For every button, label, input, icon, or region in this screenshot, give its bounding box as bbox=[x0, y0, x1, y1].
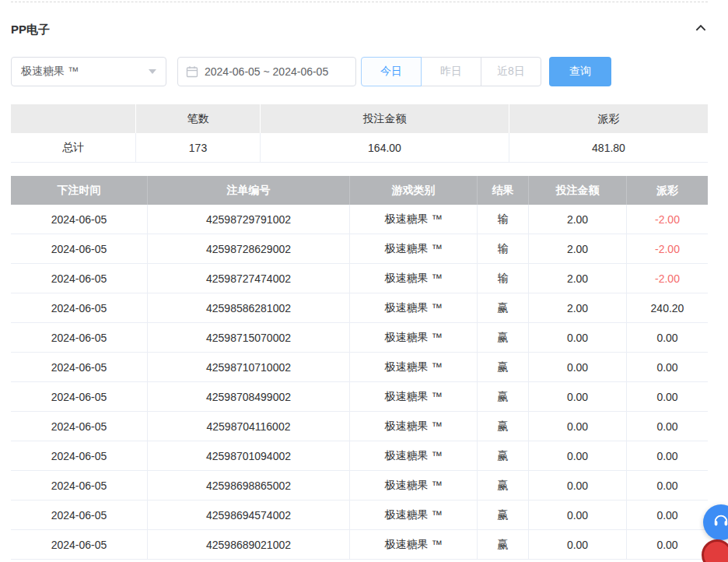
cell-bet-amount: 0.00 bbox=[529, 382, 627, 412]
cell-bet-id: 42598729791002 bbox=[148, 205, 350, 234]
records-header: 下注时间 注单编号 游戏类别 结果 投注金额 派彩 bbox=[11, 176, 708, 205]
cell-game-type: 极速糖果 ™ bbox=[350, 323, 478, 353]
table-row: 2024-06-05 42598708499002 极速糖果 ™ 赢 0.00 … bbox=[11, 382, 708, 412]
cell-result: 赢 bbox=[478, 501, 529, 530]
cell-game-type: 极速糖果 ™ bbox=[350, 471, 478, 501]
last-8-days-button[interactable]: 近8日 bbox=[481, 57, 541, 86]
cell-result: 赢 bbox=[478, 353, 529, 382]
records-panel: PP电子 极速糖果 ™ 2024-06-05 ~ 2024-06-05 今日 昨… bbox=[0, 2, 728, 560]
cell-bet-amount: 2.00 bbox=[529, 234, 627, 264]
cell-payout: -2.00 bbox=[627, 234, 708, 264]
cell-bet-id: 42598701094002 bbox=[148, 441, 350, 471]
cell-result: 赢 bbox=[478, 530, 529, 560]
table-row: 2024-06-05 42598704116002 极速糖果 ™ 赢 0.00 … bbox=[11, 412, 708, 441]
column-header-payout: 派彩 bbox=[627, 176, 708, 205]
table-row: 2024-06-05 42598727474002 极速糖果 ™ 输 2.00 … bbox=[11, 264, 708, 293]
search-button[interactable]: 查询 bbox=[549, 57, 611, 86]
cell-bet-amount: 0.00 bbox=[529, 501, 627, 530]
cell-bet-id: 42598694574002 bbox=[148, 501, 350, 530]
records-table: 下注时间 注单编号 游戏类别 结果 投注金额 派彩 2024-06-05 425… bbox=[11, 176, 708, 560]
column-header-bet-amount: 投注金额 bbox=[529, 176, 627, 205]
cell-payout: 240.20 bbox=[627, 293, 708, 323]
column-header-game-type: 游戏类别 bbox=[350, 176, 478, 205]
summary-total-label: 总计 bbox=[11, 133, 136, 163]
collapse-button[interactable] bbox=[694, 21, 708, 38]
cell-payout: 0.00 bbox=[627, 323, 708, 353]
cell-bet-id: 42598586281002 bbox=[148, 293, 350, 323]
cell-bet-time: 2024-06-05 bbox=[11, 441, 148, 471]
cell-game-type: 极速糖果 ™ bbox=[350, 501, 478, 530]
cell-payout: 0.00 bbox=[627, 471, 708, 501]
cell-game-type: 极速糖果 ™ bbox=[350, 441, 478, 471]
cell-bet-time: 2024-06-05 bbox=[11, 205, 148, 234]
summary-payout-value: 481.80 bbox=[509, 133, 708, 163]
cell-payout: -2.00 bbox=[627, 264, 708, 293]
cell-game-type: 极速糖果 ™ bbox=[350, 234, 478, 264]
cell-result: 赢 bbox=[478, 471, 529, 501]
cell-game-type: 极速糖果 ™ bbox=[350, 293, 478, 323]
yesterday-button[interactable]: 昨日 bbox=[421, 57, 481, 86]
cell-bet-amount: 0.00 bbox=[529, 441, 627, 471]
cell-payout: -2.00 bbox=[627, 205, 708, 234]
cell-result: 赢 bbox=[478, 293, 529, 323]
table-row: 2024-06-05 42598728629002 极速糖果 ™ 输 2.00 … bbox=[11, 234, 708, 264]
table-row: 2024-06-05 42598710710002 极速糖果 ™ 赢 0.00 … bbox=[11, 353, 708, 382]
panel-header: PP电子 bbox=[11, 2, 708, 57]
date-range-value: 2024-06-05 ~ 2024-06-05 bbox=[205, 65, 328, 78]
summary-count-value: 173 bbox=[136, 133, 261, 163]
cell-bet-amount: 2.00 bbox=[529, 205, 627, 234]
cell-game-type: 极速糖果 ™ bbox=[350, 353, 478, 382]
summary-header-count: 笔数 bbox=[136, 104, 261, 133]
cell-bet-time: 2024-06-05 bbox=[11, 323, 148, 353]
cell-result: 赢 bbox=[478, 323, 529, 353]
cell-result: 赢 bbox=[478, 382, 529, 412]
today-button[interactable]: 今日 bbox=[361, 57, 422, 86]
cell-bet-amount: 0.00 bbox=[529, 353, 627, 382]
cell-bet-time: 2024-06-05 bbox=[11, 293, 148, 323]
game-select[interactable]: 极速糖果 ™ bbox=[11, 57, 166, 86]
table-row: 2024-06-05 42598698865002 极速糖果 ™ 赢 0.00 … bbox=[11, 471, 708, 501]
summary-table: 笔数 投注金额 派彩 总计 173 164.00 481.80 bbox=[11, 104, 708, 163]
cell-bet-id: 42598710710002 bbox=[148, 353, 350, 382]
table-row: 2024-06-05 42598701094002 极速糖果 ™ 赢 0.00 … bbox=[11, 441, 708, 471]
cell-result: 输 bbox=[478, 205, 529, 234]
cell-bet-time: 2024-06-05 bbox=[11, 501, 148, 530]
cell-bet-id: 42598727474002 bbox=[148, 264, 350, 293]
cell-result: 输 bbox=[478, 234, 529, 264]
cell-bet-amount: 2.00 bbox=[529, 293, 627, 323]
chevron-down-icon bbox=[149, 69, 156, 74]
panel-title: PP电子 bbox=[11, 23, 50, 37]
cell-bet-id: 42598689021002 bbox=[148, 530, 350, 560]
cell-game-type: 极速糖果 ™ bbox=[350, 412, 478, 441]
cell-bet-time: 2024-06-05 bbox=[11, 412, 148, 441]
cell-bet-time: 2024-06-05 bbox=[11, 264, 148, 293]
cell-bet-amount: 0.00 bbox=[529, 471, 627, 501]
summary-bet-amount-value: 164.00 bbox=[261, 133, 509, 163]
cell-result: 输 bbox=[478, 264, 529, 293]
cell-payout: 0.00 bbox=[627, 412, 708, 441]
filter-bar: 极速糖果 ™ 2024-06-05 ~ 2024-06-05 今日 昨日 近8日… bbox=[11, 57, 708, 86]
cell-result: 赢 bbox=[478, 441, 529, 471]
summary-header-payout: 派彩 bbox=[509, 104, 708, 133]
cell-bet-amount: 0.00 bbox=[529, 530, 627, 560]
column-header-bet-time: 下注时间 bbox=[11, 176, 148, 205]
chevron-up-icon bbox=[694, 21, 708, 38]
records-body: 2024-06-05 42598729791002 极速糖果 ™ 输 2.00 … bbox=[11, 205, 708, 560]
cell-game-type: 极速糖果 ™ bbox=[350, 530, 478, 560]
cell-payout: 0.00 bbox=[627, 382, 708, 412]
date-range-input[interactable]: 2024-06-05 ~ 2024-06-05 bbox=[177, 57, 356, 86]
table-row: 2024-06-05 42598689021002 极速糖果 ™ 赢 0.00 … bbox=[11, 530, 708, 560]
cell-payout: 0.00 bbox=[627, 353, 708, 382]
quick-date-buttons: 今日 昨日 近8日 bbox=[361, 57, 541, 86]
cell-payout: 0.00 bbox=[627, 530, 708, 560]
summary-header-bet-amount: 投注金额 bbox=[261, 104, 509, 133]
table-row: 2024-06-05 42598729791002 极速糖果 ™ 输 2.00 … bbox=[11, 205, 708, 234]
cell-bet-id: 42598704116002 bbox=[148, 412, 350, 441]
cell-game-type: 极速糖果 ™ bbox=[350, 382, 478, 412]
table-row: 2024-06-05 42598586281002 极速糖果 ™ 赢 2.00 … bbox=[11, 293, 708, 323]
cell-bet-id: 42598715070002 bbox=[148, 323, 350, 353]
cell-bet-time: 2024-06-05 bbox=[11, 471, 148, 501]
cell-result: 赢 bbox=[478, 412, 529, 441]
table-row: 2024-06-05 42598694574002 极速糖果 ™ 赢 0.00 … bbox=[11, 501, 708, 530]
cell-bet-id: 42598708499002 bbox=[148, 382, 350, 412]
